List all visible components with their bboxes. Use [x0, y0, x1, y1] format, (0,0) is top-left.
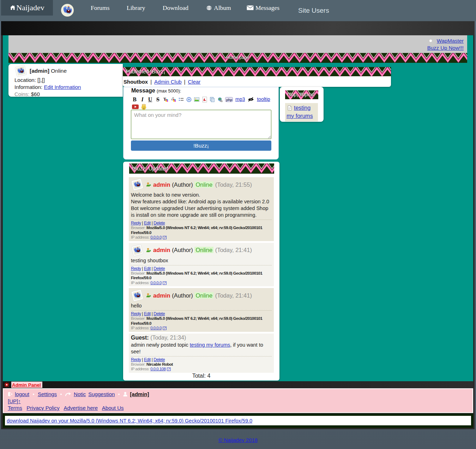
strike-icon[interactable]: S: [155, 96, 161, 102]
smiley-icon[interactable]: [141, 104, 146, 110]
php-icon[interactable]: php: [225, 96, 233, 102]
about-link[interactable]: About Us: [102, 405, 124, 411]
link-icon[interactable]: [217, 96, 223, 102]
post-author[interactable]: admin: [153, 181, 170, 188]
post-avatar[interactable]: [131, 178, 144, 191]
post-header: admin (Author) Online (Today, 21:41): [131, 289, 272, 302]
ip-link[interactable]: 0.0.0.0: [150, 281, 162, 285]
tab-clear[interactable]: Clear: [188, 79, 201, 85]
post-author[interactable]: admin: [153, 247, 170, 253]
ip-help-link[interactable]: [?]: [163, 235, 167, 239]
banner-title: !Top¡ Topics!: [287, 92, 315, 97]
mp3-link[interactable]: mp3: [235, 96, 245, 102]
post-item: admin (Author) Online (Today, 21:41) hel…: [129, 288, 274, 332]
post-header: admin (Author) Online (Today, 21:41): [131, 244, 272, 257]
italic-icon[interactable]: I: [140, 96, 145, 102]
advertise-link[interactable]: Advertise here: [64, 405, 98, 411]
post-time: (Today, 21:41): [215, 292, 252, 299]
post-author[interactable]: admin: [153, 292, 170, 299]
post-message: hello: [131, 303, 272, 309]
post-actions: Reply | Edit | Delete: [131, 265, 272, 271]
post-avatar[interactable]: [131, 244, 144, 257]
edit-information-link[interactable]: Edit Information: [44, 84, 81, 90]
brand-home-link[interactable]: Naijadev: [1, 0, 53, 16]
post-actions: Reply | Edit | Delete: [131, 356, 272, 362]
admin-panel-link[interactable]: Admin Panel: [12, 382, 41, 388]
brand-label: Naijadev: [16, 3, 44, 12]
profile-location: Location: [],[]: [14, 77, 123, 84]
terms-link[interactable]: Terms: [8, 405, 22, 411]
spoiler-eye-icon[interactable]: [247, 96, 254, 102]
reply-link[interactable]: Reply: [131, 311, 141, 316]
nav-item-album[interactable]: Album: [206, 0, 231, 16]
nav-item-download[interactable]: Download: [163, 0, 188, 16]
editor-toolbar: B I U S T: [132, 96, 277, 110]
post-message: admin newly posted topic testing my foru…: [131, 342, 272, 355]
footer-admin-link[interactable]: [admin]: [130, 391, 149, 398]
copyright-link[interactable]: © Naijadev 2018: [218, 437, 258, 443]
settings-link[interactable]: Settings: [38, 391, 57, 398]
reply-link[interactable]: Reply: [131, 221, 141, 226]
post-ip: IP address: 0.0.0.108 [?]: [131, 367, 272, 372]
ip-help-link[interactable]: [?]: [163, 281, 167, 285]
edit-link[interactable]: Edit: [144, 221, 151, 226]
delete-link[interactable]: Delete: [153, 266, 165, 271]
nav-item-forums[interactable]: Forums: [91, 0, 109, 16]
tab-admin-club[interactable]: Admin Club: [154, 79, 182, 85]
post-message: Welcome back to new version. New feature…: [131, 192, 272, 218]
top-dark-bar: [1, 21, 475, 35]
total-count: Total: 4: [123, 373, 279, 379]
post-author-suffix: (Author): [172, 181, 193, 188]
shout-message-input[interactable]: [131, 110, 271, 139]
font-color-icon[interactable]: T: [163, 96, 168, 102]
post-ip: IP address: 0.0.0.0 [?]: [131, 235, 272, 240]
post-ip: IP address: 0.0.0.0 [?]: [131, 281, 272, 286]
download-link[interactable]: download Naijadev on your Mozilla/5.0 (W…: [7, 418, 252, 424]
profile-avatar[interactable]: [14, 65, 27, 77]
edit-link[interactable]: Edit: [144, 357, 151, 362]
ip-link[interactable]: 0.0.0.108: [150, 367, 165, 371]
underline-icon[interactable]: U: [147, 96, 153, 102]
logout-link[interactable]: logout: [15, 391, 29, 398]
post-browser: Browser: Mozilla/5.0 (Windows NT 6.2; Wi…: [131, 271, 272, 281]
nav-item-library[interactable]: Library: [127, 0, 145, 16]
navbar-avatar[interactable]: [61, 4, 74, 17]
privacy-link[interactable]: Privacy Policy: [26, 405, 59, 411]
nav-item-label: Album: [214, 4, 231, 12]
delete-link[interactable]: Delete: [153, 221, 165, 226]
pdf-icon[interactable]: [202, 96, 207, 102]
home-page-banner: Home page: [8, 53, 467, 63]
bg-color-icon[interactable]: [171, 96, 176, 102]
delete-link[interactable]: Delete: [153, 311, 165, 316]
topic-link[interactable]: testing my forums: [190, 342, 230, 348]
nav-item-messages[interactable]: Messages: [247, 0, 279, 16]
nav-item-label: Download: [163, 4, 188, 12]
list-icon[interactable]: [179, 96, 184, 102]
edit-link[interactable]: Edit: [144, 311, 151, 316]
delete-link[interactable]: Delete: [153, 357, 165, 362]
tooltip-link[interactable]: tooltip: [257, 96, 270, 102]
image-icon[interactable]: [194, 96, 199, 102]
reply-link[interactable]: Reply: [131, 357, 141, 362]
tab-shoutbox[interactable]: Shoutbox: [123, 79, 148, 85]
bold-icon[interactable]: B: [132, 96, 137, 102]
nav-item-site-users[interactable]: Site Users: [298, 0, 329, 21]
ip-link[interactable]: 0.0.0.0: [150, 326, 162, 330]
notic-link[interactable]: Notic: [74, 391, 86, 398]
copy-icon[interactable]: [210, 96, 215, 102]
ip-help-link[interactable]: [?]: [163, 326, 167, 330]
reply-link[interactable]: Reply: [131, 266, 141, 271]
top-links-bar: WapMaster Buzz Up Now!!!: [8, 35, 467, 53]
wapmaster-link[interactable]: WapMaster: [437, 38, 464, 44]
post-avatar[interactable]: [131, 289, 144, 302]
add-icon[interactable]: [186, 96, 192, 102]
suggestion-link[interactable]: Suggestion: [88, 391, 115, 398]
buzz-submit-button[interactable]: !Buzz¡: [131, 140, 271, 151]
ip-link[interactable]: 0.0.0.0: [150, 235, 162, 239]
up-link[interactable]: [UP]↑: [8, 398, 21, 404]
ip-help-link[interactable]: [?]: [167, 367, 170, 371]
banner-title: Published !Buzz¡: [126, 68, 165, 74]
edit-link[interactable]: Edit: [144, 266, 151, 271]
youtube-icon[interactable]: [132, 104, 139, 110]
buzz-up-link[interactable]: Buzz Up Now!!!: [427, 45, 464, 51]
